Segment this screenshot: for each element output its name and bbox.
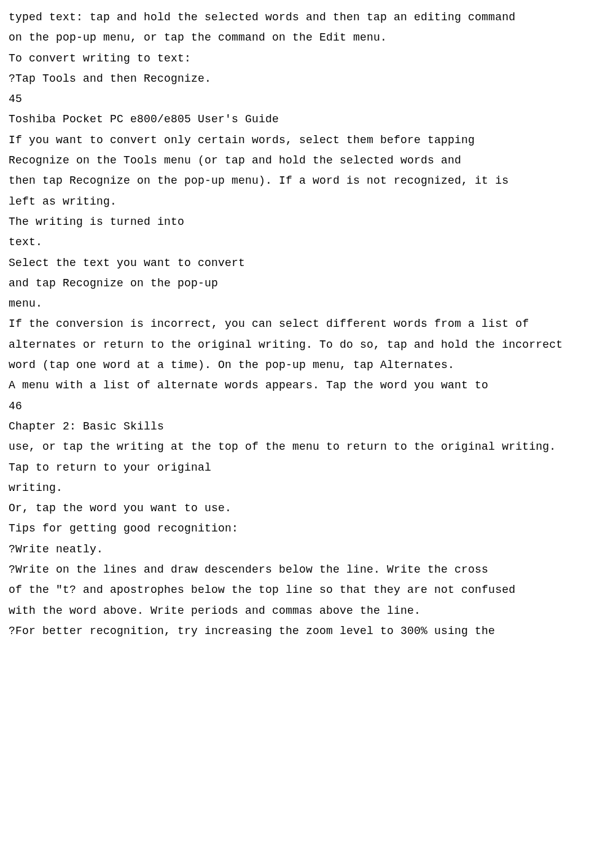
text-line: typed text: tap and hold the selected wo… — [9, 7, 607, 28]
text-line: word (tap one word at a time). On the po… — [9, 355, 607, 375]
text-line: ?Write on the lines and draw descenders … — [9, 560, 607, 580]
text-line: To convert writing to text: — [9, 49, 607, 69]
text-line: text. — [9, 232, 607, 253]
text-line: with the word above. Write periods and c… — [9, 601, 607, 621]
text-line: and tap Recognize on the pop-up — [9, 273, 607, 294]
guide-title: Toshiba Pocket PC e800/e805 User's Guide — [9, 109, 607, 130]
text-line: then tap Recognize on the pop-up menu). … — [9, 171, 607, 191]
text-line: ?For better recognition, try increasing … — [9, 621, 607, 641]
page-number: 46 — [9, 396, 607, 417]
text-line: ?Write neatly. — [9, 539, 607, 560]
text-line: alternates or return to the original wri… — [9, 335, 607, 355]
text-line: of the "t? and apostrophes below the top… — [9, 580, 607, 600]
text-line: use, or tap the writing at the top of th… — [9, 437, 607, 457]
chapter-title: Chapter 2: Basic Skills — [9, 417, 607, 437]
text-line: Or, tap the word you want to use. — [9, 498, 607, 519]
page-number: 45 — [9, 89, 607, 109]
text-line: menu. — [9, 294, 607, 314]
text-line: Recognize on the Tools menu (or tap and … — [9, 151, 607, 171]
text-line: Tap to return to your original — [9, 458, 607, 478]
text-line: Tips for getting good recognition: — [9, 519, 607, 539]
text-line: writing. — [9, 478, 607, 498]
text-line: on the pop-up menu, or tap the command o… — [9, 28, 607, 48]
text-line: ?Tap Tools and then Recognize. — [9, 69, 607, 89]
text-line: The writing is turned into — [9, 212, 607, 232]
text-line: If you want to convert only certain word… — [9, 130, 607, 151]
text-line: If the conversion is incorrect, you can … — [9, 314, 607, 334]
text-line: Select the text you want to convert — [9, 253, 607, 273]
text-line: A menu with a list of alternate words ap… — [9, 375, 607, 396]
document-body: typed text: tap and hold the selected wo… — [9, 7, 607, 641]
text-line: left as writing. — [9, 192, 607, 212]
